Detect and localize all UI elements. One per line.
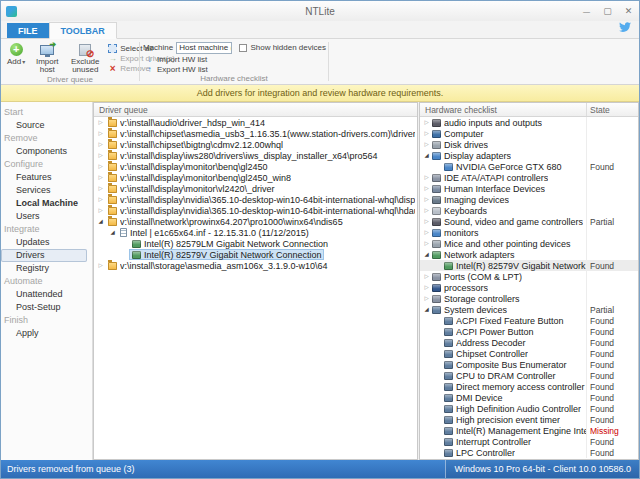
machine-select[interactable]: Host machine (ADMI ▼ bbox=[176, 42, 232, 54]
expand-arrow-icon[interactable]: ▷ bbox=[422, 282, 431, 293]
expand-arrow-icon[interactable]: ▷ bbox=[422, 238, 431, 249]
driver-queue-row[interactable]: ◢Intel | e1c65x64.inf - 12.15.31.0 (11/1… bbox=[94, 227, 417, 238]
expand-arrow-icon[interactable]: ▷ bbox=[422, 172, 431, 183]
state-column-header[interactable]: State bbox=[586, 103, 638, 116]
expand-arrow-icon[interactable]: ▷ bbox=[422, 117, 431, 128]
sidebar-item-apply[interactable]: Apply bbox=[1, 327, 92, 340]
driver-queue-row[interactable]: ▷v:\install\display\monitor\benq\gl2450 bbox=[94, 161, 417, 172]
hardware-row[interactable]: Chipset ControllerFound bbox=[420, 348, 638, 359]
hardware-row[interactable]: ▷monitors bbox=[420, 227, 638, 238]
expand-arrow-icon[interactable]: ▷ bbox=[422, 128, 431, 139]
hardware-row[interactable]: ▷Disk drives bbox=[420, 139, 638, 150]
driver-queue-row[interactable]: ▷v:\install\display\iws280\drivers\iws_d… bbox=[94, 150, 417, 161]
sidebar-item-features[interactable]: Features bbox=[1, 171, 92, 184]
driver-queue-column-header[interactable]: Driver queue bbox=[94, 105, 417, 115]
expand-arrow-icon[interactable]: ▷ bbox=[422, 183, 431, 194]
expand-arrow-icon[interactable]: ▷ bbox=[96, 260, 105, 271]
import-hw-list-button[interactable]: Import HW list bbox=[143, 54, 326, 64]
twitter-icon[interactable] bbox=[619, 21, 631, 35]
expand-arrow-icon[interactable]: ▷ bbox=[422, 227, 431, 238]
collapse-arrow-icon[interactable]: ◢ bbox=[422, 304, 431, 315]
sidebar-item-source[interactable]: Source bbox=[1, 119, 92, 132]
driver-queue-row[interactable]: ▷v:\install\audio\driver_hdsp_win_414 bbox=[94, 117, 417, 128]
expand-arrow-icon[interactable]: ▷ bbox=[422, 205, 431, 216]
driver-queue-row[interactable]: ▷v:\install\storage\asmedia_asm106x_3.1.… bbox=[94, 260, 417, 271]
hardware-row[interactable]: DMI DeviceFound bbox=[420, 392, 638, 403]
hardware-row[interactable]: ▷processors bbox=[420, 282, 638, 293]
minimize-button[interactable] bbox=[576, 4, 597, 19]
expand-arrow-icon[interactable]: ▷ bbox=[96, 161, 105, 172]
driver-queue-row[interactable]: ▷v:\install\display\nvidia\365.10-deskto… bbox=[94, 205, 417, 216]
hardware-row[interactable]: ▷Ports (COM & LPT) bbox=[420, 271, 638, 282]
sidebar-item-unattended[interactable]: Unattended bbox=[1, 288, 92, 301]
hardware-row[interactable]: LPC ControllerFound bbox=[420, 447, 638, 458]
hardware-row[interactable]: Intel(R) 82579V Gigabit Network Connecti… bbox=[420, 260, 638, 271]
close-button[interactable] bbox=[618, 4, 639, 19]
expand-arrow-icon[interactable]: ▷ bbox=[96, 172, 105, 183]
expand-arrow-icon[interactable]: ▷ bbox=[422, 216, 431, 227]
driver-queue-row[interactable]: Intel(R) 82579V Gigabit Network Connecti… bbox=[94, 249, 417, 260]
hardware-row[interactable]: ◢System devicesPartial bbox=[420, 304, 638, 315]
expand-arrow-icon[interactable]: ▷ bbox=[96, 150, 105, 161]
tab-toolbar[interactable]: TOOLBAR bbox=[49, 22, 117, 39]
hardware-row[interactable]: ▷Human Interface Devices bbox=[420, 183, 638, 194]
hardware-row[interactable]: Address DecoderFound bbox=[420, 337, 638, 348]
collapse-arrow-icon[interactable]: ◢ bbox=[96, 216, 105, 227]
expand-arrow-icon[interactable]: ▷ bbox=[96, 117, 105, 128]
hardware-checklist-column-header[interactable]: Hardware checklist bbox=[420, 105, 586, 115]
sidebar-item-post-setup[interactable]: Post-Setup bbox=[1, 301, 92, 314]
hardware-row[interactable]: ▷Imaging devices bbox=[420, 194, 638, 205]
hardware-row[interactable]: ◢Network adapters bbox=[420, 249, 638, 260]
driver-queue-row[interactable]: ▷v:\install\display\monitor\vl2420\_driv… bbox=[94, 183, 417, 194]
tab-file[interactable]: FILE bbox=[7, 23, 49, 38]
hardware-row[interactable]: ▷Keyboards bbox=[420, 205, 638, 216]
sidebar-item-users[interactable]: Users bbox=[1, 210, 92, 223]
expand-arrow-icon[interactable]: ▷ bbox=[96, 205, 105, 216]
sidebar-item-components[interactable]: Components bbox=[1, 145, 92, 158]
hardware-row[interactable]: ▷Sound, video and game controllersPartia… bbox=[420, 216, 638, 227]
sidebar-item-drivers[interactable]: Drivers bbox=[1, 249, 87, 262]
hardware-row[interactable]: High Definition Audio ControllerFound bbox=[420, 403, 638, 414]
driver-queue-row[interactable]: Intel(R) 82579LM Gigabit Network Connect… bbox=[94, 238, 417, 249]
hardware-row[interactable]: Interrupt ControllerFound bbox=[420, 436, 638, 447]
collapse-arrow-icon[interactable]: ◢ bbox=[422, 249, 431, 260]
add-button[interactable]: + Add▾ bbox=[4, 41, 28, 67]
expand-arrow-icon[interactable]: ▷ bbox=[96, 194, 105, 205]
sidebar-item-registry[interactable]: Registry bbox=[1, 262, 92, 275]
expand-arrow-icon[interactable]: ▷ bbox=[96, 128, 105, 139]
driver-queue-row[interactable]: ▷v:\install\display\nvidia\365.10-deskto… bbox=[94, 194, 417, 205]
import-host-button[interactable]: Import host bbox=[28, 41, 66, 75]
driver-queue-row[interactable]: ◢v:\install\network\prowinx64.207\pro100… bbox=[94, 216, 417, 227]
hardware-row[interactable]: CPU to DRAM ControllerFound bbox=[420, 370, 638, 381]
expand-arrow-icon[interactable]: ▷ bbox=[96, 183, 105, 194]
expand-arrow-icon[interactable]: ▷ bbox=[422, 139, 431, 150]
hardware-row[interactable]: ▷IDE ATA/ATAPI controllers bbox=[420, 172, 638, 183]
hardware-row[interactable]: Direct memory access controllerFound bbox=[420, 381, 638, 392]
hardware-row[interactable]: ▷Mice and other pointing devices bbox=[420, 238, 638, 249]
maximize-button[interactable] bbox=[597, 4, 618, 19]
export-hw-list-button[interactable]: Export HW list bbox=[143, 64, 326, 74]
collapse-arrow-icon[interactable]: ◢ bbox=[422, 150, 431, 161]
expand-arrow-icon[interactable]: ▷ bbox=[422, 293, 431, 304]
sidebar-item-updates[interactable]: Updates bbox=[1, 236, 92, 249]
hardware-row[interactable]: NVIDIA GeForce GTX 680Found bbox=[420, 161, 638, 172]
hardware-row[interactable]: High precision event timerFound bbox=[420, 414, 638, 425]
exclude-unused-button[interactable]: Exclude unused bbox=[66, 41, 104, 75]
hardware-row[interactable]: ▷audio inputs and outputs bbox=[420, 117, 638, 128]
hardware-row[interactable]: ▷Computer bbox=[420, 128, 638, 139]
expand-arrow-icon[interactable]: ▷ bbox=[96, 139, 105, 150]
expand-arrow-icon[interactable]: ▷ bbox=[422, 271, 431, 282]
sidebar-item-services[interactable]: Services bbox=[1, 184, 92, 197]
hardware-row[interactable]: Composite Bus EnumeratorFound bbox=[420, 359, 638, 370]
driver-queue-row[interactable]: ▷v:\install\chipset\bigtng\cdmv2.12.00wh… bbox=[94, 139, 417, 150]
hardware-row[interactable]: ▷Storage controllers bbox=[420, 293, 638, 304]
expand-arrow-icon[interactable]: ▷ bbox=[422, 194, 431, 205]
hardware-row[interactable]: ◢Display adapters bbox=[420, 150, 638, 161]
hardware-row[interactable]: Intel(R) Management Engine InterfaceMiss… bbox=[420, 425, 638, 436]
show-hidden-devices-checkbox[interactable] bbox=[239, 44, 247, 52]
collapse-arrow-icon[interactable]: ◢ bbox=[108, 227, 117, 238]
sidebar-item-local-machine[interactable]: Local Machine bbox=[1, 197, 92, 210]
driver-queue-row[interactable]: ▷v:\install\display\monitor\benq\gl2450_… bbox=[94, 172, 417, 183]
hardware-row[interactable]: ACPI Power ButtonFound bbox=[420, 326, 638, 337]
driver-queue-row[interactable]: ▷v:\install\chipset\asmedia_usb3_1.16.35… bbox=[94, 128, 417, 139]
